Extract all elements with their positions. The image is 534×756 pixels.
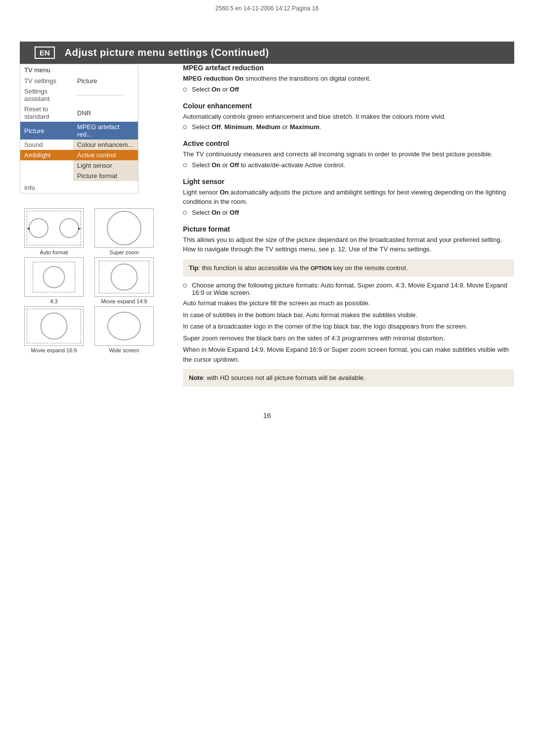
option-key: OPTION (311, 265, 331, 271)
bullet-text: Choose among the following picture forma… (192, 282, 514, 296)
arrow-left-icon: ◄ (26, 226, 31, 231)
format-box-movie16 (24, 306, 84, 346)
page-number: 16 (0, 412, 534, 420)
format-label: Super zoom (109, 249, 138, 255)
table-row: Light sensor (20, 160, 138, 171)
section-text-light: Light sensor On automatically adjusts th… (183, 188, 514, 207)
bullet-icon (183, 163, 187, 167)
bullet-icon (183, 211, 187, 215)
table-row: TV settings Picture (20, 76, 138, 86)
table-row: Settings assistant (20, 86, 138, 104)
format-box-super (94, 208, 154, 248)
print-meta: 2560.5 en 14-11-2006 14:12 Pagina 16 (0, 5, 534, 12)
menu-item-value: Picture (73, 76, 138, 86)
section-text-super: Super zoom removes the black bars on the… (183, 333, 514, 343)
format-item-movie16: Movie expand 16:9 (20, 306, 88, 353)
menu-item-label: TV settings (20, 76, 73, 86)
section-text-movie: When in Movie Expand 14:9, Movie Expand … (183, 345, 514, 364)
menu-item-label: Settings assistant (20, 86, 73, 104)
mpeg-bold: MPEG reduction On (183, 75, 244, 82)
bullet-icon (183, 284, 187, 287)
page-title: Adjust picture menu settings (Continued) (65, 47, 269, 58)
format-item-auto: ◄ ► Auto format (20, 208, 88, 255)
tv-menu-table: TV settings Picture Settings assistant R… (20, 76, 138, 193)
bullet-text: Select Off, Minimum, Medium or Maximum. (192, 123, 321, 131)
menu-item-label (20, 160, 73, 171)
menu-item-label: Sound (20, 140, 73, 150)
section-text-picture-format: This allows you to adjust the size of th… (183, 235, 514, 254)
menu-item-value: Picture format (73, 171, 138, 181)
bullet-active: Select On or Off to activate/de-activate… (183, 161, 514, 169)
format-box-auto: ◄ ► (24, 208, 84, 248)
format-item-wide: Wide screen (90, 306, 158, 353)
menu-item-value: Active control (73, 150, 138, 160)
arrow-right-icon: ► (77, 226, 82, 231)
table-row: Picture format (20, 171, 138, 181)
section-heading-colour: Colour enhancement (183, 102, 514, 110)
bullet-text: Select On or Off (192, 86, 239, 93)
bullet-colour: Select Off, Minimum, Medium or Maximum. (183, 123, 514, 131)
format-label: Movie expand 16:9 (31, 347, 77, 353)
menu-item-value: Colour enhancem... (73, 140, 138, 150)
en-badge: EN (35, 47, 55, 59)
section-text-mpeg: MPEG reduction On smoothens the transiti… (183, 74, 514, 84)
section-text-logo: In case of a broadcaster logo in the cor… (183, 322, 514, 331)
menu-item-label: Picture (20, 122, 73, 140)
bullet-text: Select On or Off to activate/de-activate… (192, 161, 345, 169)
bullet-light: Select On or Off (183, 209, 514, 216)
table-row: Ambilight Active control (20, 150, 138, 160)
section-heading-mpeg: MPEG artefact reduction (183, 64, 514, 72)
section-text-subtitle: In case of subtitles in the bottom black… (183, 310, 514, 320)
section-text-active: The TV continuously measures and correct… (183, 149, 514, 159)
tv-menu-title: TV menu (20, 64, 138, 76)
format-grid: ◄ ► Auto format Super zoom (20, 208, 158, 353)
tip-box: Tip: this function is also accessible vi… (183, 259, 514, 277)
menu-item-label: Ambilight (20, 150, 73, 160)
format-box-43 (24, 257, 84, 297)
menu-item-value: Light sensor (73, 160, 138, 171)
format-label: Auto format (40, 249, 68, 255)
table-row: Sound Colour enhancem... (20, 140, 138, 150)
bullet-mpeg: Select On or Off (183, 86, 514, 93)
note-bold: Note (189, 374, 203, 381)
menu-item-label: Info (20, 181, 73, 193)
section-heading-picture-format: Picture format (183, 225, 514, 233)
tv-menu: TV menu TV settings Picture Settings ass… (20, 64, 138, 193)
format-item-movie14: Movie expand 14:9 (90, 257, 158, 304)
menu-item-label (20, 171, 73, 181)
bullet-icon (183, 88, 187, 92)
menu-item-value (73, 86, 138, 104)
table-row: Picture MPEG artefact red... (20, 122, 138, 140)
menu-item-value: DNR (73, 104, 138, 122)
header-banner: EN Adjust picture menu settings (Continu… (20, 42, 514, 64)
section-heading-active: Active control (183, 140, 514, 147)
menu-item-value (73, 181, 138, 193)
left-column: TV menu TV settings Picture Settings ass… (20, 64, 168, 392)
format-box-wide (94, 306, 154, 346)
picture-formats: ◄ ► Auto format Super zoom (20, 208, 158, 353)
bullet-text: Select On or Off (192, 209, 239, 216)
main-content: TV menu TV settings Picture Settings ass… (20, 64, 514, 392)
format-box-movie14 (94, 257, 154, 297)
format-label: Wide screen (109, 347, 139, 353)
format-item-super: Super zoom (90, 208, 158, 255)
menu-item-label: Reset to standard (20, 104, 73, 122)
bullet-icon (183, 125, 187, 129)
format-label: Movie expand 14:9 (101, 298, 147, 304)
menu-item-value: MPEG artefact red... (73, 122, 138, 140)
note-box: Note: with HD sources not all picture fo… (183, 369, 514, 387)
right-column: MPEG artefact reduction MPEG reduction O… (183, 64, 514, 392)
section-heading-light: Light sensor (183, 178, 514, 186)
format-item-43: 4:3 (20, 257, 88, 304)
bullet-picture-format: Choose among the following picture forma… (183, 282, 514, 296)
section-text-auto: Auto format makes the picture fill the s… (183, 298, 514, 308)
tip-bold: Tip (189, 264, 198, 272)
table-row: Reset to standard DNR (20, 104, 138, 122)
section-text-colour: Automatically controls green enhancement… (183, 112, 514, 122)
table-row: Info (20, 181, 138, 193)
format-label: 4:3 (50, 298, 57, 304)
